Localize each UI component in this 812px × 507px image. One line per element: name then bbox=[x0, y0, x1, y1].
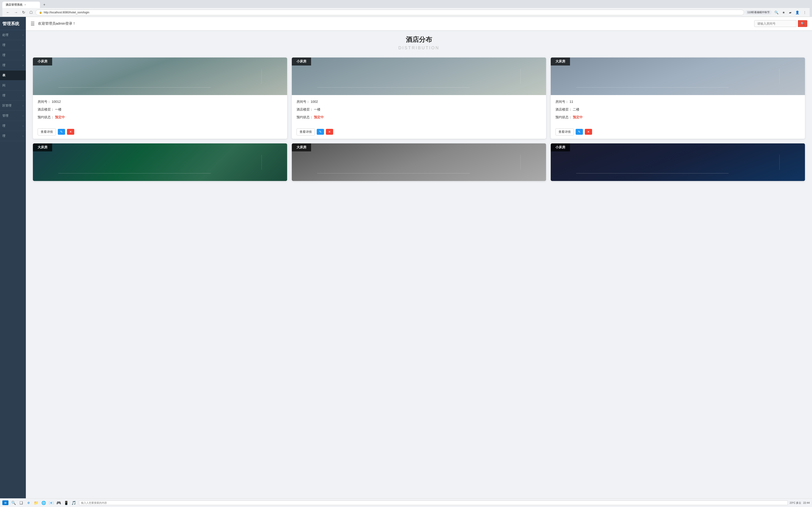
room-card-0: 小床房 房间号： 10012 酒店楼层： 一楼 预约状态： bbox=[33, 58, 287, 139]
taskbar-app-5[interactable]: 🎮 bbox=[55, 500, 62, 506]
chevron-right-icon-9: › bbox=[22, 124, 23, 127]
edit-button-2[interactable]: ✎ bbox=[576, 129, 583, 135]
new-tab-button[interactable]: + bbox=[41, 1, 48, 8]
chevron-right-icon-1: › bbox=[22, 44, 23, 47]
sidebar-item-label-5: 间 bbox=[2, 83, 23, 88]
extensions-btn[interactable]: ▰ bbox=[788, 10, 793, 15]
menu-toggle-button[interactable]: ☰ bbox=[31, 21, 35, 26]
page-title-zh: 酒店分布 bbox=[33, 35, 805, 44]
card-floor-2: 酒店楼层： 二楼 bbox=[555, 107, 800, 112]
search-input[interactable] bbox=[754, 20, 797, 27]
browser-tab[interactable]: 酒店管理系统 × bbox=[2, 2, 40, 8]
edit-button-0[interactable]: ✎ bbox=[58, 129, 65, 135]
page-title-en: DISTRIBUTION bbox=[33, 46, 805, 50]
sidebar-item-2[interactable]: 理 › bbox=[0, 50, 26, 60]
sidebar-item-3[interactable]: 理 › bbox=[0, 60, 26, 70]
floor-label-2: 酒店楼层： bbox=[555, 108, 572, 111]
edit-button-1[interactable]: ✎ bbox=[317, 129, 324, 135]
home-button[interactable]: ☖ bbox=[28, 9, 34, 15]
sidebar-item-label-7: 区管理 bbox=[2, 104, 22, 108]
sidebar-item-10[interactable]: 理 › bbox=[0, 131, 26, 141]
sidebar-item-5[interactable]: 间 bbox=[0, 80, 26, 91]
chevron-right-icon-8: › bbox=[22, 114, 23, 117]
sidebar-item-label-10: 理 bbox=[2, 134, 22, 138]
floor-label-1: 酒店楼层： bbox=[297, 108, 313, 111]
search-button[interactable]: 🔍 bbox=[798, 20, 807, 27]
status-label-2: 预约状态： bbox=[555, 115, 572, 119]
lock-icon: 🔒 bbox=[39, 11, 42, 14]
taskbar-search-btn[interactable]: 🔍 bbox=[10, 500, 17, 506]
forward-button[interactable]: → bbox=[13, 10, 19, 15]
account-btn[interactable]: 👤 bbox=[794, 10, 800, 15]
taskbar-apps: 🔍 ❑ e 📁 🌐 📧 🎮 📱 🎵 bbox=[10, 500, 77, 506]
room-card-5: 小床房 bbox=[551, 144, 805, 181]
app-container: 管理系统 处理 › 理 › 理 › 理 › 表 间 理 › 区管理 › bbox=[0, 17, 812, 498]
chevron-right-icon-10: › bbox=[22, 134, 23, 137]
taskbar-search-input[interactable] bbox=[79, 500, 788, 505]
room-image-5 bbox=[551, 144, 805, 181]
sidebar-item-0[interactable]: 处理 › bbox=[0, 30, 26, 40]
taskbar-app-3[interactable]: 🌐 bbox=[40, 500, 47, 506]
card-image-container-1: 小床房 bbox=[292, 58, 546, 95]
status-label-1: 预约状态： bbox=[297, 115, 313, 119]
card-status-2: 预约状态： 预定中 bbox=[555, 114, 800, 120]
room-card-1: 小床房 房间号： 1002 酒店楼层： 一楼 预约状态： bbox=[292, 58, 546, 139]
taskbar-edge[interactable]: e bbox=[26, 500, 32, 506]
room-card-2: 大床房 房间号： 11 酒店楼层： 二楼 预约状态： 预定 bbox=[551, 58, 805, 139]
status-label-0: 预约状态： bbox=[38, 115, 54, 119]
card-body-2: 房间号： 11 酒店楼层： 二楼 预约状态： 预定中 bbox=[551, 95, 805, 126]
room-image-4 bbox=[292, 144, 546, 181]
detail-button-0[interactable]: 查看详情 bbox=[38, 128, 56, 135]
room-number-value-1: 1002 bbox=[311, 100, 318, 104]
weather-badge: 110听着催眠中秋节 bbox=[746, 10, 772, 14]
taskbar-app-7[interactable]: 🎵 bbox=[70, 500, 77, 506]
room-image-1 bbox=[292, 58, 546, 95]
search-browser-btn[interactable]: 🔍 bbox=[773, 10, 779, 15]
card-room-number-0: 房间号： 10012 bbox=[38, 99, 283, 105]
taskbar-file-explorer[interactable]: 📁 bbox=[33, 500, 40, 506]
sidebar-item-4[interactable]: 表 bbox=[0, 70, 26, 80]
sidebar-item-1[interactable]: 理 › bbox=[0, 40, 26, 50]
taskbar-start-btn[interactable]: ⊞ bbox=[2, 500, 8, 505]
tab-close-btn[interactable]: × bbox=[24, 3, 26, 6]
room-type-badge-5: 小床房 bbox=[551, 144, 570, 151]
floor-label-0: 酒店楼层： bbox=[38, 108, 54, 111]
floor-value-1: 一楼 bbox=[314, 108, 320, 111]
room-number-value-2: 11 bbox=[569, 100, 573, 104]
chevron-right-icon-6: › bbox=[22, 94, 23, 97]
room-type-badge-2: 大床房 bbox=[551, 58, 570, 65]
card-body-1: 房间号： 1002 酒店楼层： 一楼 预约状态： 预定中 bbox=[292, 95, 546, 126]
back-button[interactable]: ← bbox=[5, 10, 11, 15]
delete-button-1[interactable]: ✕ bbox=[326, 129, 333, 135]
card-footer-0: 查看详情 ✎ ✕ bbox=[33, 126, 287, 139]
refresh-button[interactable]: ↻ bbox=[21, 9, 27, 15]
card-footer-2: 查看详情 ✎ ✕ bbox=[551, 126, 805, 139]
detail-button-2[interactable]: 查看详情 bbox=[555, 128, 574, 135]
room-type-badge-4: 大床房 bbox=[292, 144, 311, 151]
taskbar-app-4[interactable]: 📧 bbox=[48, 500, 54, 506]
welcome-message: 欢迎管理员admin登录！ bbox=[38, 21, 751, 26]
sidebar-item-8[interactable]: 管理 › bbox=[0, 111, 26, 121]
room-card-4: 大床房 bbox=[292, 144, 546, 181]
taskbar-clock: 22:44 bbox=[803, 501, 810, 504]
taskbar-task-view[interactable]: ❑ bbox=[18, 500, 24, 506]
sidebar-item-9[interactable]: 理 › bbox=[0, 121, 26, 131]
sidebar-item-label-9: 理 bbox=[2, 124, 22, 128]
delete-button-2[interactable]: ✕ bbox=[585, 129, 592, 135]
delete-button-0[interactable]: ✕ bbox=[67, 129, 74, 135]
room-image-3 bbox=[33, 144, 287, 181]
menu-dots-btn[interactable]: ⋮ bbox=[802, 10, 807, 15]
bookmark-btn[interactable]: ★ bbox=[781, 10, 786, 15]
top-header: ☰ 欢迎管理员admin登录！ 🔍 bbox=[26, 17, 812, 31]
sidebar-item-label-6: 理 bbox=[2, 94, 22, 98]
sidebar-item-6[interactable]: 理 › bbox=[0, 91, 26, 101]
card-status-1: 预约状态： 预定中 bbox=[297, 114, 541, 120]
card-image-container-5: 小床房 bbox=[551, 144, 805, 181]
status-value-1: 预定中 bbox=[314, 115, 324, 119]
search-area: 🔍 bbox=[754, 20, 807, 27]
sidebar-item-7[interactable]: 区管理 › bbox=[0, 101, 26, 111]
taskbar-app-6[interactable]: 📱 bbox=[63, 500, 69, 506]
card-room-number-2: 房间号： 11 bbox=[555, 99, 800, 105]
address-bar[interactable]: 🔒 http://localhost:8080/hotel_ssm/login bbox=[36, 10, 744, 15]
detail-button-1[interactable]: 查看详情 bbox=[297, 128, 315, 135]
